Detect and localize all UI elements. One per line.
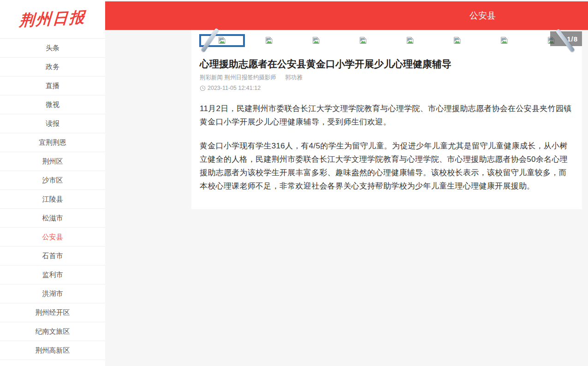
article-meta: 荆彩新闻 荆州日报签约摄影师 郭功雅: [200, 74, 574, 82]
carousel-thumbnail-4[interactable]: [386, 30, 434, 51]
site-logo[interactable]: 荆州日报: [19, 7, 87, 31]
image-carousel: 1/8: [191, 30, 582, 51]
broken-image-icon: [453, 36, 461, 44]
broken-image-icon: [500, 36, 508, 44]
broken-image-icon: [218, 36, 226, 44]
sidebar-item-15[interactable]: 纪南文旅区: [0, 322, 105, 341]
sidebar: 荆州日报 头条政务直播微视读报宜荆荆恩荆州区沙市区江陵县松滋市公安县石首市监利市…: [0, 0, 105, 366]
article-paragraph-0: 11月2日，民建荆州市委联合长江大学文理学院教育与心理学院、市心理援助志愿者协会…: [200, 102, 574, 129]
article-datetime: 2023-11-05 12:41:12: [208, 85, 261, 91]
channel-header: 公安县: [105, 1, 588, 30]
sidebar-item-6[interactable]: 荆州区: [0, 152, 105, 171]
broken-image-icon: [359, 36, 367, 44]
article-source: 荆彩新闻 荆州日报签约摄影师: [200, 74, 276, 81]
sidebar-item-3[interactable]: 微视: [0, 95, 105, 114]
article-paragraph-1: 黄金口小学现有学生316人，有4/5的学生为留守儿童。为促进少年儿童尤其是留守儿…: [200, 139, 574, 193]
sidebar-item-5[interactable]: 宜荆荆恩: [0, 133, 105, 152]
sidebar-item-7[interactable]: 沙市区: [0, 171, 105, 190]
article-body: 11月2日，民建荆州市委联合长江大学文理学院教育与心理学院、市心理援助志愿者协会…: [200, 102, 574, 193]
broken-image-icon: [312, 36, 320, 44]
sidebar-item-9[interactable]: 松滋市: [0, 209, 105, 228]
sidebar-item-1[interactable]: 政务: [0, 58, 105, 77]
sidebar-item-14[interactable]: 荆州经开区: [0, 303, 105, 322]
sidebar-item-16[interactable]: 荆州高新区: [0, 341, 105, 360]
sidebar-item-8[interactable]: 江陵县: [0, 190, 105, 209]
sidebar-item-13[interactable]: 洪湖市: [0, 284, 105, 303]
carousel-thumbnail-6[interactable]: [481, 30, 528, 51]
article-author: 郭功雅: [285, 74, 303, 81]
article: 心理援助志愿者在公安县黄金口小学开展少儿心理健康辅导 荆彩新闻 荆州日报签约摄影…: [191, 58, 582, 193]
sidebar-nav: 头条政务直播微视读报宜荆荆恩荆州区沙市区江陵县松滋市公安县石首市监利市洪湖市荆州…: [0, 39, 105, 360]
carousel-thumbnail-1[interactable]: [245, 30, 292, 51]
carousel-thumbnail-5[interactable]: [434, 30, 481, 51]
channel-title: 公安县: [469, 10, 496, 22]
content-panel: 1/8 心理援助志愿者在公安县黄金口小学开展少儿心理健康辅导 荆彩新闻 荆州日报…: [191, 30, 582, 209]
sidebar-item-4[interactable]: 读报: [0, 114, 105, 133]
sidebar-item-2[interactable]: 直播: [0, 77, 105, 95]
article-time-row: 2023-11-05 12:41:12: [200, 85, 574, 91]
carousel-thumbnail-3[interactable]: [339, 30, 386, 51]
thumbnail-row: [198, 30, 575, 51]
broken-image-icon: [265, 36, 273, 44]
broken-image-icon: [406, 36, 414, 44]
logo-box: 荆州日报: [0, 0, 105, 39]
sidebar-item-12[interactable]: 监利市: [0, 266, 105, 284]
carousel-thumbnail-2[interactable]: [292, 30, 339, 51]
article-title: 心理援助志愿者在公安县黄金口小学开展少儿心理健康辅导: [200, 58, 574, 71]
sidebar-item-10-active[interactable]: 公安县: [0, 228, 105, 247]
sidebar-item-0[interactable]: 头条: [0, 39, 105, 58]
clock-icon: [200, 85, 206, 91]
sidebar-item-11[interactable]: 石首市: [0, 247, 105, 266]
